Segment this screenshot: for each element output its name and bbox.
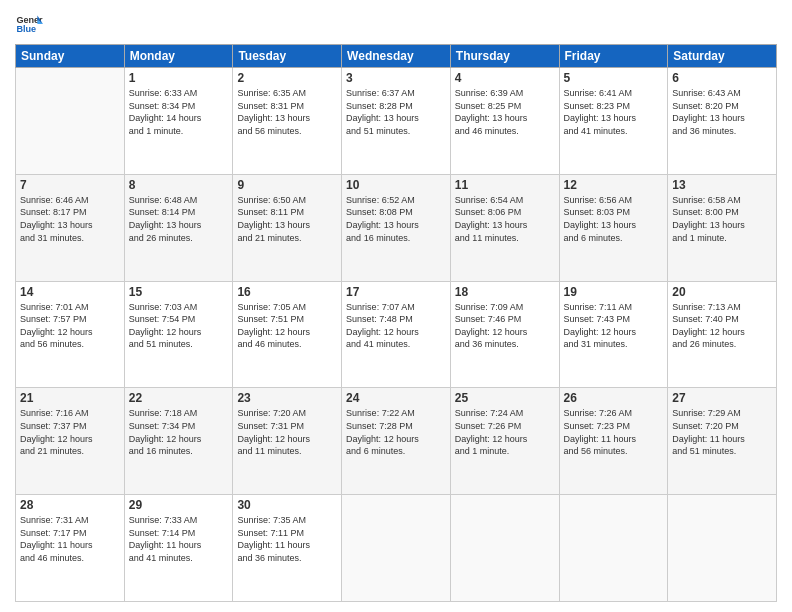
day-info: Sunrise: 7:26 AM Sunset: 7:23 PM Dayligh… (564, 407, 664, 457)
day-info: Sunrise: 6:54 AM Sunset: 8:06 PM Dayligh… (455, 194, 555, 244)
day-info: Sunrise: 6:46 AM Sunset: 8:17 PM Dayligh… (20, 194, 120, 244)
day-number: 16 (237, 285, 337, 299)
day-number: 3 (346, 71, 446, 85)
day-number: 10 (346, 178, 446, 192)
calendar-cell: 2Sunrise: 6:35 AM Sunset: 8:31 PM Daylig… (233, 68, 342, 175)
calendar-cell: 25Sunrise: 7:24 AM Sunset: 7:26 PM Dayli… (450, 388, 559, 495)
day-info: Sunrise: 7:03 AM Sunset: 7:54 PM Dayligh… (129, 301, 229, 351)
calendar-table: SundayMondayTuesdayWednesdayThursdayFrid… (15, 44, 777, 602)
day-info: Sunrise: 7:24 AM Sunset: 7:26 PM Dayligh… (455, 407, 555, 457)
calendar-cell: 17Sunrise: 7:07 AM Sunset: 7:48 PM Dayli… (342, 281, 451, 388)
day-number: 8 (129, 178, 229, 192)
day-info: Sunrise: 6:37 AM Sunset: 8:28 PM Dayligh… (346, 87, 446, 137)
calendar-cell: 15Sunrise: 7:03 AM Sunset: 7:54 PM Dayli… (124, 281, 233, 388)
day-info: Sunrise: 7:13 AM Sunset: 7:40 PM Dayligh… (672, 301, 772, 351)
calendar-cell: 4Sunrise: 6:39 AM Sunset: 8:25 PM Daylig… (450, 68, 559, 175)
day-info: Sunrise: 7:29 AM Sunset: 7:20 PM Dayligh… (672, 407, 772, 457)
day-number: 14 (20, 285, 120, 299)
week-row-5: 28Sunrise: 7:31 AM Sunset: 7:17 PM Dayli… (16, 495, 777, 602)
day-number: 30 (237, 498, 337, 512)
day-info: Sunrise: 6:33 AM Sunset: 8:34 PM Dayligh… (129, 87, 229, 137)
day-number: 21 (20, 391, 120, 405)
calendar-cell: 27Sunrise: 7:29 AM Sunset: 7:20 PM Dayli… (668, 388, 777, 495)
weekday-header-row: SundayMondayTuesdayWednesdayThursdayFrid… (16, 45, 777, 68)
day-number: 26 (564, 391, 664, 405)
day-info: Sunrise: 7:33 AM Sunset: 7:14 PM Dayligh… (129, 514, 229, 564)
calendar-cell (16, 68, 125, 175)
weekday-header-tuesday: Tuesday (233, 45, 342, 68)
day-info: Sunrise: 6:35 AM Sunset: 8:31 PM Dayligh… (237, 87, 337, 137)
day-number: 1 (129, 71, 229, 85)
calendar-cell: 7Sunrise: 6:46 AM Sunset: 8:17 PM Daylig… (16, 174, 125, 281)
calendar-cell: 11Sunrise: 6:54 AM Sunset: 8:06 PM Dayli… (450, 174, 559, 281)
calendar-cell: 14Sunrise: 7:01 AM Sunset: 7:57 PM Dayli… (16, 281, 125, 388)
day-info: Sunrise: 6:56 AM Sunset: 8:03 PM Dayligh… (564, 194, 664, 244)
day-info: Sunrise: 6:41 AM Sunset: 8:23 PM Dayligh… (564, 87, 664, 137)
day-number: 4 (455, 71, 555, 85)
day-info: Sunrise: 7:35 AM Sunset: 7:11 PM Dayligh… (237, 514, 337, 564)
calendar-cell: 29Sunrise: 7:33 AM Sunset: 7:14 PM Dayli… (124, 495, 233, 602)
day-number: 15 (129, 285, 229, 299)
calendar-cell: 13Sunrise: 6:58 AM Sunset: 8:00 PM Dayli… (668, 174, 777, 281)
calendar-cell: 23Sunrise: 7:20 AM Sunset: 7:31 PM Dayli… (233, 388, 342, 495)
day-info: Sunrise: 6:50 AM Sunset: 8:11 PM Dayligh… (237, 194, 337, 244)
weekday-header-thursday: Thursday (450, 45, 559, 68)
day-number: 24 (346, 391, 446, 405)
calendar-cell: 10Sunrise: 6:52 AM Sunset: 8:08 PM Dayli… (342, 174, 451, 281)
day-number: 12 (564, 178, 664, 192)
calendar-cell (668, 495, 777, 602)
day-info: Sunrise: 7:07 AM Sunset: 7:48 PM Dayligh… (346, 301, 446, 351)
day-info: Sunrise: 7:20 AM Sunset: 7:31 PM Dayligh… (237, 407, 337, 457)
day-number: 19 (564, 285, 664, 299)
day-number: 22 (129, 391, 229, 405)
week-row-2: 7Sunrise: 6:46 AM Sunset: 8:17 PM Daylig… (16, 174, 777, 281)
calendar-cell: 30Sunrise: 7:35 AM Sunset: 7:11 PM Dayli… (233, 495, 342, 602)
svg-text:Blue: Blue (16, 24, 36, 34)
header: General Blue (15, 10, 777, 38)
day-info: Sunrise: 6:43 AM Sunset: 8:20 PM Dayligh… (672, 87, 772, 137)
day-number: 25 (455, 391, 555, 405)
weekday-header-friday: Friday (559, 45, 668, 68)
day-number: 9 (237, 178, 337, 192)
day-number: 28 (20, 498, 120, 512)
day-number: 11 (455, 178, 555, 192)
day-info: Sunrise: 6:52 AM Sunset: 8:08 PM Dayligh… (346, 194, 446, 244)
calendar-cell: 28Sunrise: 7:31 AM Sunset: 7:17 PM Dayli… (16, 495, 125, 602)
calendar-cell: 3Sunrise: 6:37 AM Sunset: 8:28 PM Daylig… (342, 68, 451, 175)
calendar-cell (342, 495, 451, 602)
week-row-4: 21Sunrise: 7:16 AM Sunset: 7:37 PM Dayli… (16, 388, 777, 495)
calendar-cell: 9Sunrise: 6:50 AM Sunset: 8:11 PM Daylig… (233, 174, 342, 281)
weekday-header-monday: Monday (124, 45, 233, 68)
day-number: 23 (237, 391, 337, 405)
day-info: Sunrise: 7:01 AM Sunset: 7:57 PM Dayligh… (20, 301, 120, 351)
day-number: 20 (672, 285, 772, 299)
day-number: 17 (346, 285, 446, 299)
calendar-cell: 21Sunrise: 7:16 AM Sunset: 7:37 PM Dayli… (16, 388, 125, 495)
calendar-cell: 26Sunrise: 7:26 AM Sunset: 7:23 PM Dayli… (559, 388, 668, 495)
calendar-cell: 8Sunrise: 6:48 AM Sunset: 8:14 PM Daylig… (124, 174, 233, 281)
week-row-1: 1Sunrise: 6:33 AM Sunset: 8:34 PM Daylig… (16, 68, 777, 175)
day-number: 2 (237, 71, 337, 85)
day-info: Sunrise: 7:22 AM Sunset: 7:28 PM Dayligh… (346, 407, 446, 457)
week-row-3: 14Sunrise: 7:01 AM Sunset: 7:57 PM Dayli… (16, 281, 777, 388)
logo-icon: General Blue (15, 10, 43, 38)
day-info: Sunrise: 7:16 AM Sunset: 7:37 PM Dayligh… (20, 407, 120, 457)
day-number: 13 (672, 178, 772, 192)
page: General Blue SundayMondayTuesdayWednesda… (0, 0, 792, 612)
day-info: Sunrise: 6:39 AM Sunset: 8:25 PM Dayligh… (455, 87, 555, 137)
day-info: Sunrise: 6:58 AM Sunset: 8:00 PM Dayligh… (672, 194, 772, 244)
day-info: Sunrise: 7:18 AM Sunset: 7:34 PM Dayligh… (129, 407, 229, 457)
day-number: 18 (455, 285, 555, 299)
calendar-cell (450, 495, 559, 602)
day-number: 5 (564, 71, 664, 85)
day-number: 27 (672, 391, 772, 405)
day-info: Sunrise: 7:09 AM Sunset: 7:46 PM Dayligh… (455, 301, 555, 351)
day-info: Sunrise: 7:11 AM Sunset: 7:43 PM Dayligh… (564, 301, 664, 351)
day-info: Sunrise: 7:31 AM Sunset: 7:17 PM Dayligh… (20, 514, 120, 564)
day-number: 6 (672, 71, 772, 85)
calendar-cell: 5Sunrise: 6:41 AM Sunset: 8:23 PM Daylig… (559, 68, 668, 175)
calendar-cell: 20Sunrise: 7:13 AM Sunset: 7:40 PM Dayli… (668, 281, 777, 388)
calendar-cell: 22Sunrise: 7:18 AM Sunset: 7:34 PM Dayli… (124, 388, 233, 495)
calendar-cell (559, 495, 668, 602)
logo: General Blue (15, 10, 43, 38)
